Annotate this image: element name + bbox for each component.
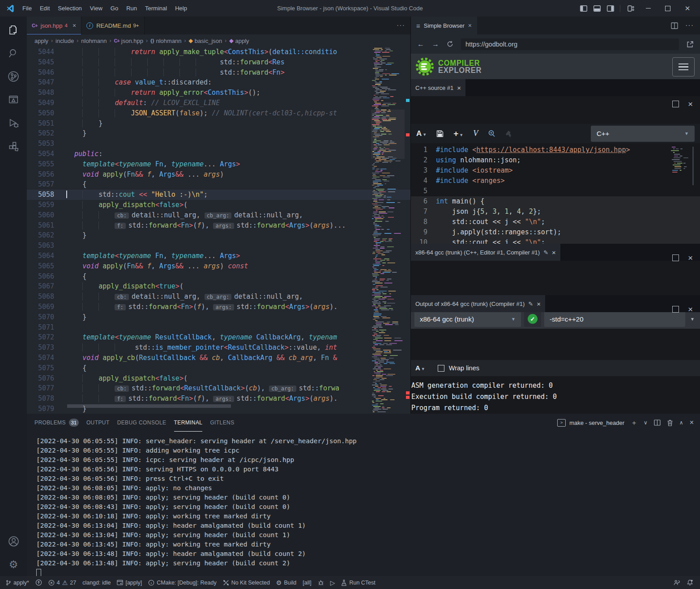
code-line[interactable]: 5062 } (27, 230, 410, 241)
language-select[interactable]: C++ ▼ (591, 126, 695, 142)
build-item[interactable]: ⚙ Build (273, 576, 299, 589)
reload-icon[interactable] (447, 41, 453, 47)
code-line[interactable]: 5050 JSON_ASSERT(false); // NOLINT(cert-… (27, 108, 410, 119)
code-line[interactable]: 5078 f:std::forward<Fn>(f), args:std::fo… (27, 394, 410, 404)
cmake-view-icon[interactable] (0, 88, 27, 111)
close-pane-icon[interactable]: × (688, 254, 693, 262)
pin-icon[interactable] (505, 130, 512, 137)
code-line[interactable]: 5066 { (27, 271, 410, 282)
source-pane-tab[interactable]: C++ source #1 × (411, 79, 465, 96)
kill-terminal-icon[interactable] (667, 420, 673, 426)
breadcrumb-item[interactable]: ◆basic_json (189, 38, 222, 44)
publish-item[interactable] (32, 576, 45, 589)
code-line[interactable]: 5055 template<typename Fn, typename... A… (27, 159, 410, 169)
split-terminal-icon[interactable] (654, 420, 661, 426)
code-editor[interactable]: 5044 return apply_make_tuple<ConstThis>(… (27, 47, 410, 414)
code-line[interactable]: 5049 default: // LCOV_EXCL_LINE (27, 98, 410, 108)
font-size-button[interactable]: A▼ (415, 364, 425, 372)
source-line[interactable]: 5 (411, 186, 700, 196)
close-pane-icon[interactable]: × (537, 300, 541, 308)
code-line[interactable]: 5058 std::cout << "Hello :-)\n"; (27, 190, 410, 200)
account-icon[interactable] (0, 530, 27, 553)
compiler-select[interactable]: x86-64 gcc (trunk) ▼ (414, 311, 521, 327)
menu-run[interactable]: Run (122, 0, 141, 17)
code-line[interactable]: 5063 (27, 241, 410, 251)
wrap-lines-checkbox[interactable] (438, 365, 444, 372)
source-control-icon[interactable] (0, 65, 27, 88)
menu-selection[interactable]: Selection (54, 0, 85, 17)
close-panel-icon[interactable]: × (690, 419, 694, 427)
code-line[interactable]: 5068 cb:detail::null_arg, cb_arg:detail:… (27, 292, 410, 302)
close-pane-icon[interactable]: × (688, 100, 693, 108)
code-line[interactable]: 5064 template<typename Fn, typename... A… (27, 251, 410, 261)
code-line[interactable]: 5059 apply_dispatch<false>( (27, 200, 410, 210)
forward-icon[interactable]: → (432, 40, 439, 48)
compiler-pane-tab[interactable]: x86-64 gcc (trunk) (C++, Editor #1, Comp… (411, 244, 560, 261)
cmake-status-item[interactable]: CMake: [Debug]: Ready (145, 576, 219, 589)
code-line[interactable]: 5056 void apply(Fn&& f, Args&& ... args) (27, 169, 410, 180)
code-line[interactable]: 5053 (27, 139, 410, 149)
search-icon[interactable] (0, 42, 27, 65)
code-line[interactable]: 5067 apply_dispatch<true>( (27, 281, 410, 292)
panel-tab-problems[interactable]: PROBLEMS31 (34, 414, 79, 432)
notifications-item[interactable] (683, 576, 696, 589)
maximize-button[interactable] (659, 0, 677, 17)
problems-item[interactable]: 4 ⚠ 27 (45, 576, 79, 589)
panel-tab-terminal[interactable]: TERMINAL (174, 414, 203, 432)
minimap[interactable] (371, 47, 405, 414)
kit-item[interactable]: No Kit Selected (220, 576, 273, 589)
maximize-pane-icon[interactable] (672, 254, 679, 261)
search-zoom-icon[interactable] (488, 130, 495, 137)
editor-more-actions[interactable]: ··· (397, 17, 410, 34)
code-line[interactable]: 5061 f:std::forward<Fn>(f), args:std::fo… (27, 220, 410, 231)
terminal-process[interactable]: > make - serve_header (557, 419, 624, 427)
menu-help[interactable]: Help (171, 0, 191, 17)
panel-tab-gitlens[interactable]: GITLENS (210, 414, 234, 432)
godbolt-source-editor[interactable]: 1#include <https://localhost:8443/apply/… (411, 145, 700, 260)
settings-gear-icon[interactable]: ⚙ (0, 553, 27, 576)
code-line[interactable]: 5073 std::is_member_pointer<ResultCallba… (27, 343, 410, 353)
more-actions-icon[interactable]: ··· (685, 21, 694, 30)
open-external-icon[interactable] (687, 41, 694, 48)
code-line[interactable]: 5077 cb:std::forward<ResultCallback>(cb)… (27, 383, 410, 394)
panel-tab-debug-console[interactable]: DEBUG CONSOLE (117, 414, 166, 432)
debug-item[interactable] (315, 576, 327, 589)
source-line[interactable]: 2using nlohmann::json; (411, 155, 700, 165)
terminal-content[interactable]: [2022-04-30 06:05:55] INFO: serve_header… (27, 432, 700, 577)
minimize-button[interactable] (639, 0, 657, 17)
compiler-options-input[interactable]: -std=c++20 (544, 311, 685, 327)
url-input[interactable]: https://godbolt.org (461, 38, 679, 50)
code-line[interactable]: 5076 apply_dispatch<false>( (27, 373, 410, 384)
code-line[interactable]: 5044 return apply_make_tuple<ConstThis>(… (27, 47, 410, 57)
breadcrumb-item[interactable]: include (55, 38, 74, 44)
tab-json-hpp[interactable]: C+ json.hpp 4 × (27, 17, 81, 34)
code-line[interactable]: 5074 void apply_cb(ResultCallback && cb,… (27, 353, 410, 363)
output-pane-tab[interactable]: Output of x86-64 gcc (trunk) (Compiler #… (411, 295, 545, 312)
git-branch-item[interactable]: apply* (2, 576, 32, 589)
extensions-icon[interactable] (0, 135, 27, 158)
build-target-item[interactable]: [all] (299, 576, 314, 589)
terminal-dropdown-icon[interactable]: ∨ (644, 420, 648, 426)
code-line[interactable]: 5046 std::forward<Fn> (27, 68, 410, 78)
customize-layout-icon[interactable] (624, 0, 637, 17)
launch-item[interactable]: ▷ (327, 576, 338, 589)
breadcrumb-item[interactable]: ◆apply (229, 38, 249, 44)
close-pane-icon[interactable]: × (457, 84, 461, 92)
menu-edit[interactable]: Edit (36, 0, 54, 17)
menu-view[interactable]: View (86, 0, 107, 17)
source-line[interactable]: 9 j.apply(std::ranges::sort); (411, 227, 700, 237)
code-line[interactable]: 5065 void apply(Fn&& f, Args&& ... args)… (27, 261, 410, 271)
panel-tab-output[interactable]: OUTPUT (86, 414, 110, 432)
ctest-item[interactable]: Run CTest (338, 576, 378, 589)
code-line[interactable]: 5048 return apply_error<ConstThis>(); (27, 88, 410, 98)
code-line[interactable]: 5070 } (27, 312, 410, 322)
maximize-pane-icon[interactable] (672, 306, 679, 313)
code-line[interactable]: 5060 cb:detail::null_arg, cb_arg:detail:… (27, 210, 410, 220)
code-line[interactable]: 5069 f:std::forward<Fn>(f), args:std::fo… (27, 302, 410, 312)
compiler-explorer-logo[interactable]: COMPILER EXPLORER (411, 57, 482, 76)
toggle-panel-icon[interactable] (591, 0, 603, 17)
maximize-pane-icon[interactable] (672, 101, 679, 107)
vim-mode-icon[interactable]: V (473, 129, 478, 138)
source-line[interactable]: 7 json j{5, 3, 1, 4, 2}; (411, 207, 700, 217)
menu-go[interactable]: Go (107, 0, 122, 17)
